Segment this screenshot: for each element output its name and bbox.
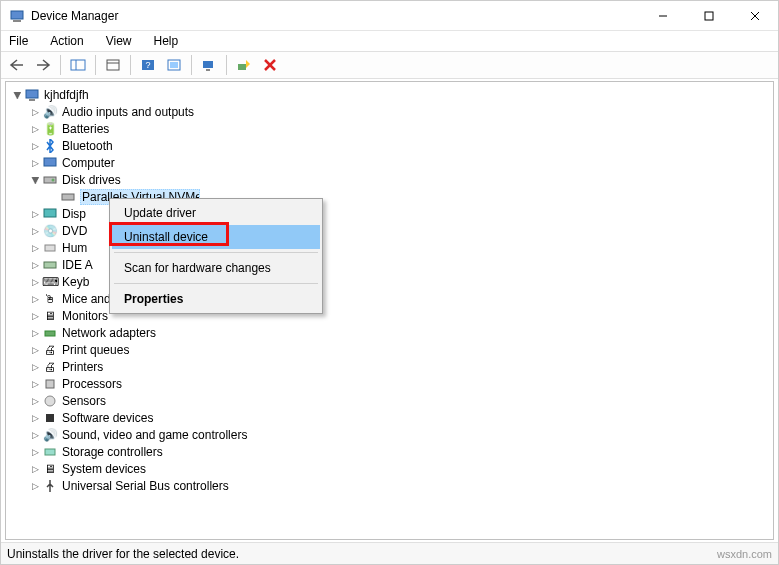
expand-icon[interactable]: ▷ (28, 479, 42, 493)
expand-icon[interactable]: ▷ (28, 377, 42, 391)
svg-rect-24 (62, 194, 74, 200)
menu-help[interactable]: Help (150, 32, 183, 50)
sensor-icon (42, 393, 58, 409)
tree-label: Printers (62, 360, 103, 374)
expand-icon[interactable]: ▷ (28, 360, 42, 374)
hid-icon (42, 240, 58, 256)
update-driver-button[interactable] (232, 54, 256, 76)
tree-sound[interactable]: ▷ 🔊 Sound, video and game controllers (10, 426, 773, 443)
expand-icon[interactable]: ▷ (28, 292, 42, 306)
expand-icon[interactable]: ▷ (28, 258, 42, 272)
expand-icon[interactable]: ▷ (28, 122, 42, 136)
tree-label: Disk drives (62, 173, 121, 187)
ctx-separator (114, 252, 318, 253)
expand-icon[interactable]: ▷ (28, 309, 42, 323)
tree-storage[interactable]: ▷ Storage controllers (10, 443, 773, 460)
expand-icon[interactable]: ▷ (28, 411, 42, 425)
ctx-uninstall-device[interactable]: Uninstall device (112, 225, 320, 249)
svg-point-23 (52, 178, 55, 181)
tree-label: Sound, video and game controllers (62, 428, 247, 442)
expand-icon[interactable]: ▷ (28, 224, 42, 238)
expand-icon[interactable]: ▷ (28, 156, 42, 170)
tree-disk-drives[interactable]: ⯆ Disk drives (10, 171, 773, 188)
tree-root[interactable]: ⯆ kjhdfdjfh (10, 86, 773, 103)
svg-rect-16 (238, 64, 246, 70)
svg-rect-25 (44, 209, 56, 217)
svg-rect-14 (203, 61, 213, 68)
tree-label: Software devices (62, 411, 153, 425)
expand-icon[interactable]: ▷ (28, 462, 42, 476)
svg-rect-8 (107, 60, 119, 70)
close-button[interactable] (732, 1, 778, 31)
minimize-button[interactable] (640, 1, 686, 31)
collapse-icon[interactable]: ⯆ (28, 173, 42, 187)
ctx-separator (114, 283, 318, 284)
tree-printers[interactable]: ▷ 🖨 Printers (10, 358, 773, 375)
collapse-icon[interactable]: ⯆ (10, 88, 24, 102)
menu-action[interactable]: Action (46, 32, 87, 50)
expand-icon[interactable]: ▷ (28, 275, 42, 289)
tree-label: Network adapters (62, 326, 156, 340)
tree-label: Disp (62, 207, 86, 221)
tree-audio[interactable]: ▷ 🔊 Audio inputs and outputs (10, 103, 773, 120)
tree-computer[interactable]: ▷ Computer (10, 154, 773, 171)
back-button[interactable] (5, 54, 29, 76)
statusbar: Uninstalls the driver for the selected d… (1, 542, 778, 564)
svg-rect-3 (705, 12, 713, 20)
help-button[interactable]: ? (136, 54, 160, 76)
expand-icon[interactable]: ▷ (28, 343, 42, 357)
tree-software[interactable]: ▷ Software devices (10, 409, 773, 426)
expand-icon[interactable]: ▷ (28, 326, 42, 340)
tree-printq[interactable]: ▷ 🖨 Print queues (10, 341, 773, 358)
bluetooth-icon (42, 138, 58, 154)
dvd-icon: 💿 (42, 223, 58, 239)
expand-icon[interactable]: ▷ (28, 139, 42, 153)
tree-network[interactable]: ▷ Network adapters (10, 324, 773, 341)
ctx-update-driver[interactable]: Update driver (112, 201, 320, 225)
expand-icon[interactable]: ▷ (28, 207, 42, 221)
scan-hardware-button[interactable] (197, 54, 221, 76)
toolbar-separator (226, 55, 227, 75)
maximize-button[interactable] (686, 1, 732, 31)
computer-icon (24, 87, 40, 103)
properties-button[interactable] (101, 54, 125, 76)
action-button[interactable] (162, 54, 186, 76)
battery-icon: 🔋 (42, 121, 58, 137)
tree-label: Sensors (62, 394, 106, 408)
cpu-icon (42, 376, 58, 392)
disk-icon (42, 172, 58, 188)
expand-icon[interactable]: ▷ (28, 105, 42, 119)
tree-batteries[interactable]: ▷ 🔋 Batteries (10, 120, 773, 137)
show-hide-tree-button[interactable] (66, 54, 90, 76)
ctx-scan-hardware[interactable]: Scan for hardware changes (112, 256, 320, 280)
tree-sensors[interactable]: ▷ Sensors (10, 392, 773, 409)
tree-label: DVD (62, 224, 87, 238)
svg-rect-20 (29, 99, 35, 101)
context-menu: Update driver Uninstall device Scan for … (109, 198, 323, 314)
expand-icon[interactable]: ▷ (28, 394, 42, 408)
expand-icon[interactable]: ▷ (28, 241, 42, 255)
monitor-icon: 🖥 (42, 308, 58, 324)
menu-file[interactable]: File (5, 32, 32, 50)
svg-rect-15 (206, 69, 210, 71)
forward-button[interactable] (31, 54, 55, 76)
svg-rect-27 (44, 262, 56, 268)
sound-icon: 🔊 (42, 427, 58, 443)
expand-icon[interactable]: ▷ (28, 445, 42, 459)
tree-system[interactable]: ▷ 🖥 System devices (10, 460, 773, 477)
tree-bluetooth[interactable]: ▷ Bluetooth (10, 137, 773, 154)
uninstall-button[interactable] (258, 54, 282, 76)
tree-label: Processors (62, 377, 122, 391)
expand-icon[interactable]: ▷ (28, 428, 42, 442)
keyboard-icon: ⌨ (42, 274, 58, 290)
svg-point-30 (45, 396, 55, 406)
tree-usb[interactable]: ▷ Universal Serial Bus controllers (10, 477, 773, 494)
svg-rect-29 (46, 380, 54, 388)
menu-view[interactable]: View (102, 32, 136, 50)
audio-icon: 🔊 (42, 104, 58, 120)
network-icon (42, 325, 58, 341)
ctx-properties[interactable]: Properties (112, 287, 320, 311)
tree-label: Print queues (62, 343, 129, 357)
svg-rect-13 (170, 62, 178, 68)
tree-processors[interactable]: ▷ Processors (10, 375, 773, 392)
